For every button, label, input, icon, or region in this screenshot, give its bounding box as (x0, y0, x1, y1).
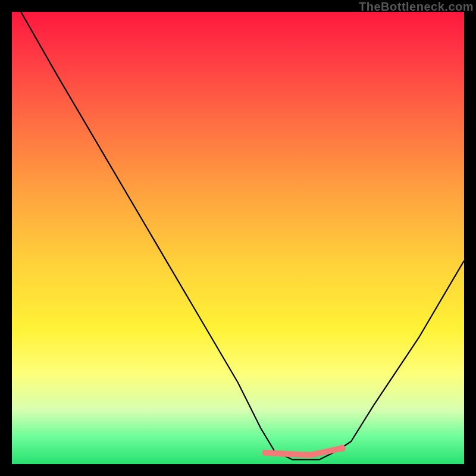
marker-dot (339, 444, 346, 452)
gradient-plot-area (12, 12, 464, 464)
chart-container: TheBottleneck.com (0, 0, 476, 476)
curve-line (21, 12, 464, 459)
bottleneck-curve (12, 12, 464, 464)
